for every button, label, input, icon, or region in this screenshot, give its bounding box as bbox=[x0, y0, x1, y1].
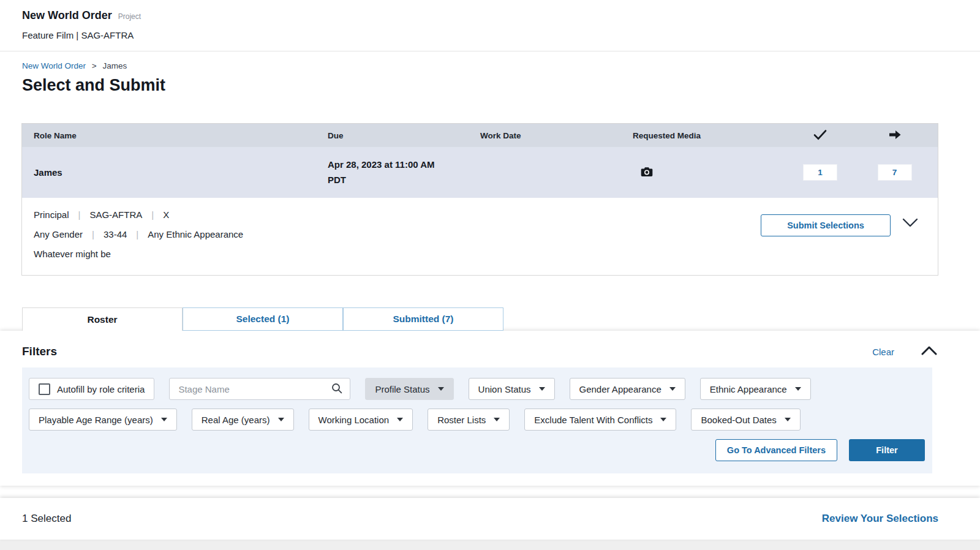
union-status-dropdown[interactable]: Union Status bbox=[469, 378, 555, 400]
filters-box: Autofill by role criteria Profile Status… bbox=[22, 367, 932, 473]
project-title: New World Order bbox=[22, 9, 112, 22]
autofill-checkbox-control[interactable]: Autofill by role criteria bbox=[29, 378, 154, 400]
role-row-james[interactable]: James Apr 28, 2023 at 11:00 AM PDT 1 7 bbox=[22, 147, 938, 198]
role-row-name: James bbox=[22, 167, 328, 178]
page-title: Select and Submit bbox=[22, 76, 958, 95]
tab-roster[interactable]: Roster bbox=[22, 307, 183, 331]
role-age-range: 33-44 bbox=[104, 229, 127, 239]
column-header-work-date: Work Date bbox=[480, 131, 633, 140]
collapse-filters-button[interactable] bbox=[920, 345, 938, 358]
review-your-selections-link[interactable]: Review Your Selections bbox=[822, 513, 938, 525]
search-icon bbox=[331, 383, 342, 396]
breadcrumb-project-link[interactable]: New World Order bbox=[22, 61, 86, 70]
role-criteria-line-1: Principal | SAG-AFTRA | X bbox=[34, 209, 243, 220]
column-header-role-name: Role Name bbox=[22, 131, 328, 140]
caret-down-icon bbox=[785, 418, 791, 421]
project-type-label: Project bbox=[118, 12, 141, 21]
selected-count-text: 1 Selected bbox=[22, 513, 71, 525]
caret-down-icon bbox=[795, 387, 801, 391]
checkmark-icon bbox=[813, 129, 827, 142]
column-header-requested-media: Requested Media bbox=[633, 131, 789, 140]
camera-icon[interactable] bbox=[641, 168, 653, 179]
submit-selections-button[interactable]: Submit Selections bbox=[761, 214, 891, 236]
breadcrumb-separator: > bbox=[92, 61, 97, 70]
roster-lists-dropdown[interactable]: Roster Lists bbox=[428, 409, 510, 431]
working-location-dropdown[interactable]: Working Location bbox=[309, 409, 413, 431]
filters-panel: Filters Clear Autofill by role criteria bbox=[0, 331, 980, 486]
caret-down-icon bbox=[438, 387, 444, 391]
autofill-checkbox[interactable] bbox=[39, 383, 50, 395]
project-header: New World Order Project Feature Film | S… bbox=[0, 0, 980, 51]
caret-down-icon bbox=[278, 418, 284, 421]
go-to-advanced-filters-button[interactable]: Go To Advanced Filters bbox=[715, 439, 837, 461]
caret-down-icon bbox=[660, 418, 666, 421]
exclude-conflicts-dropdown[interactable]: Exclude Talent With Conflicts bbox=[524, 409, 676, 431]
role-table-header: Role Name Due Work Date Requested Media bbox=[22, 124, 938, 147]
chevron-up-icon bbox=[921, 348, 937, 357]
role-details: Principal | SAG-AFTRA | X Any Gender | 3… bbox=[22, 198, 938, 275]
tab-selected[interactable]: Selected (1) bbox=[183, 307, 343, 331]
pipe-separator: | bbox=[151, 209, 154, 220]
clear-filters-link[interactable]: Clear bbox=[872, 347, 894, 357]
caret-down-icon bbox=[161, 418, 167, 421]
tab-submitted[interactable]: Submitted (7) bbox=[343, 307, 503, 331]
column-header-due: Due bbox=[328, 131, 480, 140]
selected-count-box[interactable]: 1 bbox=[803, 164, 837, 181]
pipe-separator: | bbox=[78, 209, 81, 220]
real-age-dropdown[interactable]: Real Age (years) bbox=[192, 409, 294, 431]
caret-down-icon bbox=[494, 418, 500, 421]
role-row-due: Apr 28, 2023 at 11:00 AM PDT bbox=[328, 157, 453, 188]
role-union: SAG-AFTRA bbox=[89, 209, 142, 220]
role-flag: X bbox=[163, 209, 169, 220]
submitted-count-box[interactable]: 7 bbox=[878, 164, 912, 181]
filter-button[interactable]: Filter bbox=[849, 439, 925, 461]
profile-status-dropdown[interactable]: Profile Status bbox=[365, 378, 453, 400]
filters-title: Filters bbox=[22, 345, 57, 358]
pipe-separator: | bbox=[92, 229, 94, 239]
chevron-down-icon bbox=[902, 220, 918, 229]
project-subtitle: Feature Film | SAG-AFTRA bbox=[22, 30, 958, 40]
caret-down-icon bbox=[669, 387, 676, 391]
autofill-checkbox-label: Autofill by role criteria bbox=[57, 384, 145, 394]
stage-name-input[interactable] bbox=[177, 383, 318, 395]
breadcrumb: New World Order > James bbox=[22, 61, 958, 70]
caret-down-icon bbox=[539, 387, 545, 391]
role-gender: Any Gender bbox=[34, 229, 83, 239]
collapse-role-button[interactable] bbox=[901, 214, 919, 233]
role-card: Role Name Due Work Date Requested Media … bbox=[21, 123, 938, 276]
role-ethnic-appearance: Any Ethnic Appearance bbox=[148, 229, 243, 239]
playable-age-range-dropdown[interactable]: Playable Age Range (years) bbox=[29, 409, 177, 431]
booked-out-dates-dropdown[interactable]: Booked-Out Dates bbox=[691, 409, 800, 431]
column-header-submitted bbox=[851, 129, 938, 142]
breadcrumb-current: James bbox=[102, 61, 127, 70]
role-type: Principal bbox=[34, 209, 69, 220]
ethnic-appearance-dropdown[interactable]: Ethnic Appearance bbox=[700, 378, 811, 400]
role-description: Whatever might be bbox=[34, 249, 243, 259]
page-bottom-strip bbox=[0, 540, 980, 550]
role-criteria-line-2: Any Gender | 33-44 | Any Ethnic Appearan… bbox=[34, 229, 243, 239]
pipe-separator: | bbox=[136, 229, 138, 239]
caret-down-icon bbox=[397, 418, 403, 421]
selection-bar: 1 Selected Review Your Selections bbox=[0, 498, 980, 540]
breadcrumb-section: New World Order > James Select and Submi… bbox=[0, 51, 980, 95]
column-header-selected bbox=[789, 129, 851, 142]
arrow-right-icon bbox=[888, 129, 902, 142]
stage-name-search bbox=[169, 378, 350, 400]
talent-tabs: Roster Selected (1) Submitted (7) bbox=[22, 307, 980, 331]
gender-appearance-dropdown[interactable]: Gender Appearance bbox=[570, 378, 685, 400]
